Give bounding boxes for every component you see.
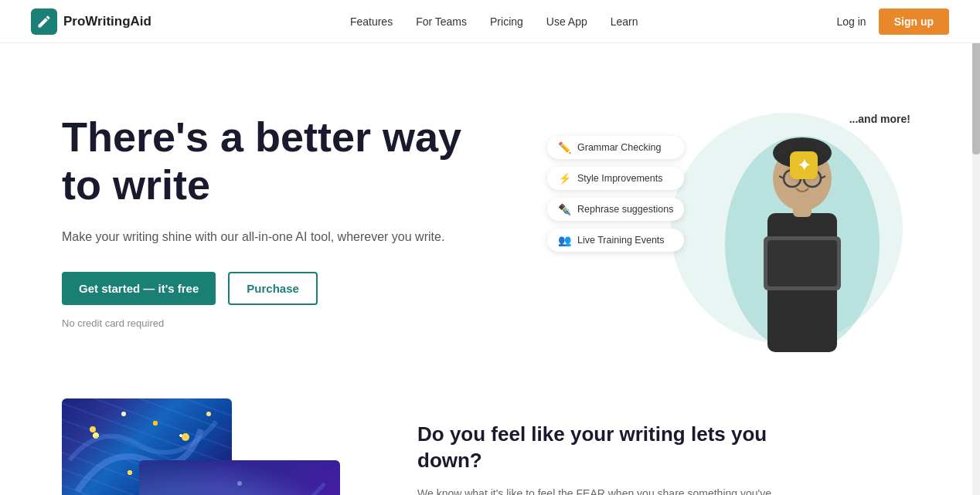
- nav-actions: Log in Sign up: [837, 8, 949, 35]
- hero-illustration: ...and more! ✦: [547, 90, 918, 352]
- purchase-button[interactable]: Purchase: [228, 272, 318, 305]
- logo-svg: [36, 14, 52, 29]
- training-icon: 👥: [558, 234, 571, 246]
- section2-text: Do you feel like your writing lets you d…: [417, 398, 773, 495]
- pill-style: ⚡ Style Improvements: [547, 167, 684, 190]
- nav-link-features[interactable]: Features: [350, 15, 393, 28]
- svg-point-15: [206, 412, 211, 416]
- signup-button[interactable]: Sign up: [879, 8, 949, 35]
- grammar-icon: ✏️: [558, 141, 571, 154]
- feature-pills: ✏️ Grammar Checking ⚡ Style Improvements…: [547, 136, 684, 252]
- pill-training: 👥 Live Training Events: [547, 229, 684, 252]
- svg-rect-3: [767, 240, 837, 286]
- svg-point-14: [182, 433, 189, 441]
- svg-point-13: [121, 412, 126, 416]
- login-button[interactable]: Log in: [837, 15, 866, 28]
- logo-text: ProWritingAid: [63, 14, 151, 29]
- section2-title: Do you feel like your writing lets you d…: [417, 422, 773, 474]
- hero-title: There's a better way to write: [62, 113, 464, 209]
- rephrase-icon: ✒️: [558, 203, 571, 215]
- pill-style-label: Style Improvements: [577, 173, 662, 184]
- nav-links: Features For Teams Pricing Use App Learn: [350, 15, 638, 28]
- section2: My idea in my head Do you feel like your…: [0, 383, 980, 495]
- no-credit-card-text: No credit card required: [62, 317, 464, 329]
- nav-link-pricing[interactable]: Pricing: [490, 15, 523, 28]
- logo-icon: [31, 8, 57, 35]
- pill-grammar-label: Grammar Checking: [577, 142, 661, 153]
- style-icon: ⚡: [558, 172, 571, 185]
- hero-left: There's a better way to write Make your …: [62, 113, 464, 329]
- pill-rephrase-label: Rephrase suggestions: [577, 204, 673, 215]
- pill-training-label: Live Training Events: [577, 235, 665, 246]
- hero-section: There's a better way to write Make your …: [0, 43, 980, 383]
- nav-link-use-app[interactable]: Use App: [546, 15, 587, 28]
- navbar: ProWritingAid Features For Teams Pricing…: [0, 0, 980, 43]
- scrollbar-track[interactable]: [972, 0, 980, 495]
- logo[interactable]: ProWritingAid: [31, 8, 151, 35]
- nav-link-learn[interactable]: Learn: [611, 15, 638, 28]
- svg-point-17: [237, 481, 242, 486]
- person-illustration: [725, 90, 880, 352]
- get-started-button[interactable]: Get started — it's free: [62, 272, 216, 305]
- section2-body: We know what it's like to feel the FEAR …: [417, 485, 773, 495]
- svg-point-12: [90, 426, 96, 432]
- nav-link-for-teams[interactable]: For Teams: [416, 15, 467, 28]
- plus-badge: ✦: [790, 151, 818, 179]
- hero-subtitle: Make your writing shine with our all-in-…: [62, 227, 464, 247]
- and-more-text: ...and more!: [849, 113, 910, 125]
- image-starry-2: [139, 460, 340, 495]
- pill-rephrase: ✒️ Rephrase suggestions: [547, 198, 684, 221]
- swirl-svg-2: [139, 460, 340, 495]
- hero-buttons: Get started — it's free Purchase: [62, 272, 464, 305]
- section2-images: My idea in my head: [62, 398, 356, 495]
- pill-grammar: ✏️ Grammar Checking: [547, 136, 684, 159]
